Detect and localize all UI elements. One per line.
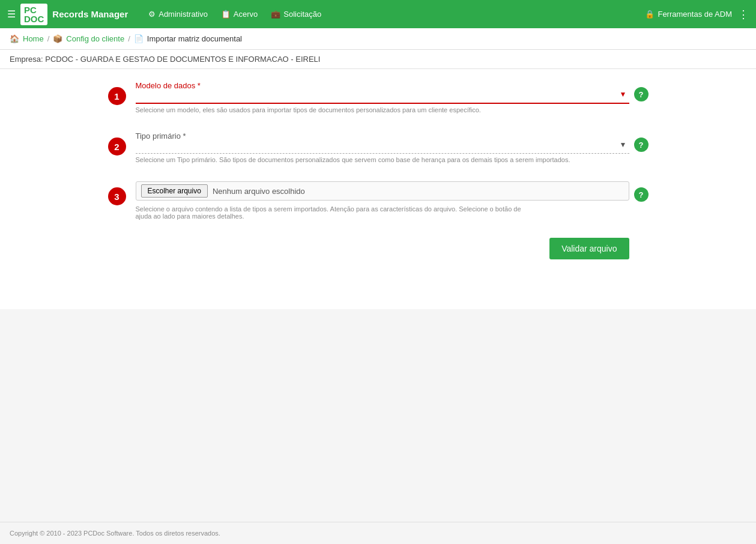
tipo-primario-select[interactable] [136, 142, 629, 151]
home-icon: 🏠 [10, 34, 19, 43]
breadcrumb-sep-1: / [47, 34, 50, 43]
main-content: 1 Modelo de dados * ▼ Selecione um model… [0, 69, 756, 309]
current-page-icon: 📄 [134, 34, 144, 43]
step-number-1: 1 [108, 87, 126, 105]
breadcrumb-home[interactable]: Home [23, 34, 44, 43]
book-icon: 📋 [221, 10, 231, 19]
pcdoc-logo: PC DOC [20, 4, 47, 25]
breadcrumb-current: Importar matriz documental [147, 34, 242, 43]
modelo-dados-select[interactable] [136, 91, 629, 100]
file-input-wrapper: Escolher arquivo Nenhum arquivo escolhid… [136, 181, 629, 201]
step-1-content: Modelo de dados * ▼ Selecione um modelo,… [136, 81, 649, 113]
step-2-field-area: Tipo primário * ▼ Selecione um Tipo prim… [136, 131, 629, 163]
config-icon: 📦 [53, 34, 62, 43]
gear-icon: ⚙ [148, 10, 156, 19]
action-area: Validar arquivo [108, 238, 649, 259]
step-number-3: 3 [108, 187, 126, 205]
navbar-right: 🔒 Ferramentas de ADM ⋮ [645, 8, 749, 21]
form-step-1: 1 Modelo de dados * ▼ Selecione um model… [108, 81, 649, 113]
brand: PC DOC Records Manager [20, 4, 128, 25]
app-title: Records Manager [52, 9, 128, 19]
step-1-help-text: Selecione um modelo, eles são usados par… [136, 106, 629, 113]
briefcase-icon: 💼 [271, 10, 280, 19]
step-1-help-button[interactable]: ? [634, 87, 649, 101]
step-3-help-button[interactable]: ? [634, 187, 649, 202]
step-1-field-area: Modelo de dados * ▼ Selecione um modelo,… [136, 81, 629, 113]
step-2-content: Tipo primário * ▼ Selecione um Tipo prim… [136, 131, 649, 163]
nav-acervo[interactable]: 📋 Acervo [215, 6, 264, 22]
tipo-primario-wrapper: Tipo primário * ▼ [136, 131, 629, 154]
step-2-help-text: Selecione um Tipo primário. São tipos de… [136, 156, 629, 163]
step-3-content: Escolher arquivo Nenhum arquivo escolhid… [136, 181, 649, 220]
navbar: ☰ PC DOC Records Manager ⚙ Administrativ… [0, 0, 756, 28]
nav-menu: ⚙ Administrativo 📋 Acervo 💼 Solicitação [142, 6, 327, 22]
form-step-3: 3 Escolher arquivo Nenhum arquivo escolh… [108, 181, 649, 220]
breadcrumb: 🏠 Home / 📦 Config do cliente / 📄 Importa… [0, 28, 756, 50]
nav-administrativo[interactable]: ⚙ Administrativo [142, 6, 214, 22]
step-3-help-text: Selecione o arquivo contendo a lista de … [136, 205, 532, 220]
validate-button[interactable]: Validar arquivo [549, 238, 629, 259]
more-options-icon[interactable]: ⋮ [738, 8, 749, 21]
step-2-help-button[interactable]: ? [634, 138, 649, 152]
choose-file-button[interactable]: Escolher arquivo [141, 184, 208, 198]
breadcrumb-sep-2: / [128, 34, 130, 43]
lock-icon: 🔒 [645, 10, 655, 19]
tipo-primario-label: Tipo primário * [136, 131, 629, 141]
breadcrumb-config[interactable]: Config do cliente [66, 34, 124, 43]
hamburger-menu-icon[interactable]: ☰ [7, 8, 16, 20]
company-name: Empresa: PCDOC - GUARDA E GESTAO DE DOCU… [10, 55, 320, 64]
modelo-dados-wrapper: Modelo de dados * ▼ [136, 81, 629, 104]
step-number-2: 2 [108, 138, 126, 156]
step-3-field-area: Escolher arquivo Nenhum arquivo escolhid… [136, 181, 629, 220]
form-step-2: 2 Tipo primário * ▼ Selecione um Tipo pr… [108, 131, 649, 163]
modelo-dados-label: Modelo de dados * [136, 81, 629, 90]
nav-solicitacao[interactable]: 💼 Solicitação [265, 6, 327, 22]
ferramentas-adm[interactable]: 🔒 Ferramentas de ADM [645, 10, 732, 19]
page-header: Empresa: PCDOC - GUARDA E GESTAO DE DOCU… [0, 50, 756, 69]
file-none-label: Nenhum arquivo escolhido [213, 187, 305, 196]
